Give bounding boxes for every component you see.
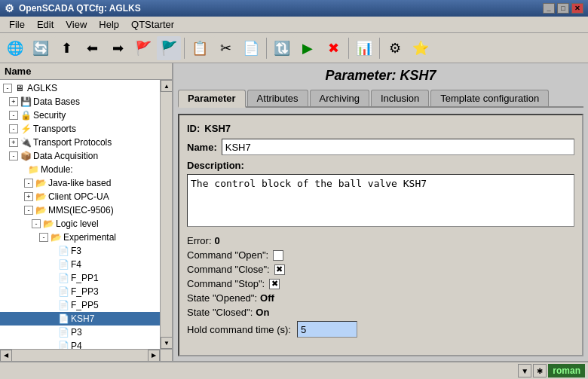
refresh-button[interactable]: 🔄 [29,36,53,60]
tree-node-icon: 📄 [57,245,69,257]
tree-item[interactable]: 📁Module: [0,163,160,176]
tree-node-label: Security [33,110,66,121]
titlebar-icon: ⚙ [5,2,14,14]
tree-node-label: F_PP3 [71,286,99,297]
minimize-button[interactable]: _ [543,3,555,14]
tab-inclusion[interactable]: Inclusion [371,90,429,106]
tree-container[interactable]: -🖥AGLKS+💾Data Bases-🔒Security-⚡Transport… [0,80,172,361]
hold-row: Hold command time (s): [187,321,574,338]
tree-item[interactable]: 📄F_PP5 [0,298,160,312]
menu-file[interactable]: File [3,17,31,32]
state-closed-row: State "Closed": On [187,307,574,318]
error-label: Error: [187,235,212,246]
settings-button[interactable]: ⚙ [383,36,407,60]
name-input[interactable] [222,139,574,155]
tab-archiving[interactable]: Archiving [310,90,369,106]
flag2-button[interactable]: 🚩 [157,36,181,60]
stop-button[interactable]: ✖ [321,36,345,60]
tree-node-label: F3 [71,246,81,256]
cmd-open-row: Command "Open": [187,249,574,261]
flag-button[interactable]: 🚩 [131,36,155,60]
status-star-btn[interactable]: ✱ [533,364,547,377]
tree-node-label: F_PP5 [71,300,99,310]
tree-scrollbar-h[interactable]: ◀ ▶ [0,349,160,361]
scroll-up-btn[interactable]: ▲ [161,80,172,92]
sync-button[interactable]: 🔃 [270,36,294,60]
status-down-btn[interactable]: ▼ [518,364,531,377]
tree-node-label: Java-like based [48,178,111,188]
cmd-open-checkbox[interactable] [273,250,283,261]
tree-item[interactable]: -⚡Transports [0,122,160,136]
scroll-left-btn[interactable]: ◀ [0,350,12,362]
tab-parameter[interactable]: Parameter [178,90,246,108]
menu-help[interactable]: Help [93,17,125,32]
state-opened-label: State "Opened": [187,292,257,304]
tree-item[interactable]: 📄P3 [0,326,160,339]
play-button[interactable]: ▶ [296,36,320,60]
tree-node-label: Data Acquisition [33,151,98,161]
scroll-corner [160,349,172,361]
main-area: Name -🖥AGLKS+💾Data Bases-🔒Security-⚡Tran… [0,63,588,361]
up-button[interactable]: ⬆ [54,36,78,60]
back-button[interactable]: ⬅ [80,36,104,60]
cmd-open-label: Command "Open": [187,249,268,261]
menu-edit[interactable]: Edit [31,17,60,32]
tab-template-configuration[interactable]: Template configuration [430,90,549,106]
chart-button[interactable]: 📊 [352,36,376,60]
tree-node-label: AGLKS [27,83,57,93]
tree-item[interactable]: -📂Experimental [0,231,160,244]
tree-node-icon: 📄 [57,326,69,338]
menu-qtstarter[interactable]: QTStarter [125,17,180,32]
tree-node-icon: 📂 [35,177,47,189]
close-button[interactable]: ✕ [571,3,583,14]
scroll-right-btn[interactable]: ▶ [148,350,160,362]
tree-node-icon: ⚡ [20,123,32,135]
status-lang: roman [548,364,585,377]
tree-item[interactable]: -🔒Security [0,109,160,122]
tree-item[interactable]: -📂Java-like based [0,176,160,190]
tree-node-label: Client OPC-UA [48,191,109,202]
tree-item[interactable]: 📄KSH7 [0,312,160,326]
star-button[interactable]: ⭐ [409,36,433,60]
tree-node-icon: 📁 [27,164,39,176]
menu-view[interactable]: View [60,17,93,32]
desc-textarea[interactable] [187,174,574,227]
left-panel: Name -🖥AGLKS+💾Data Bases-🔒Security-⚡Tran… [0,63,173,361]
scroll-down-btn[interactable]: ▼ [161,337,172,349]
tree-item[interactable]: 📄F_PP3 [0,285,160,298]
tree-item[interactable]: +🔌Transport Protocols [0,136,160,149]
tree-item[interactable]: -🖥AGLKS [0,81,160,95]
tree-item[interactable]: 📄F_PP1 [0,271,160,285]
clipboard-button[interactable]: 📋 [188,36,212,60]
tree-item[interactable]: -📂MMS(IEC-9506) [0,203,160,217]
id-value: KSH7 [204,123,231,134]
tree-item[interactable]: +📂Client OPC-UA [0,190,160,203]
cmd-stop-checkbox[interactable]: ✖ [269,279,280,289]
tab-attributes[interactable]: Attributes [247,90,308,106]
tree-node-icon: 📄 [57,258,69,270]
id-row: ID: KSH7 [187,123,574,134]
state-opened-value: Off [260,292,274,304]
tree-item[interactable]: -📦Data Acquisition [0,149,160,163]
name-label: Name: [187,142,217,153]
tree-item[interactable]: 📄F3 [0,244,160,258]
tree-content: -🖥AGLKS+💾Data Bases-🔒Security-⚡Transport… [0,80,160,354]
cmd-close-checkbox[interactable]: ✖ [274,264,285,275]
tree-node-label: MMS(IEC-9506) [48,205,114,215]
tree-item[interactable]: -📂Logic level [0,217,160,231]
cmd-close-label: Command "Close": [187,264,270,275]
tree-node-icon: 📂 [35,191,47,203]
globe-button[interactable]: 🌐 [3,36,27,60]
tree-item[interactable]: 📄F4 [0,258,160,271]
cut-button[interactable]: ✂ [213,36,237,60]
maximize-button[interactable]: □ [557,3,569,14]
tree-node-label: KSH7 [71,313,94,324]
hold-input[interactable] [297,321,357,338]
tree-node-icon: 📦 [20,150,32,162]
copy-button[interactable]: 📄 [239,36,263,60]
tree-item[interactable]: +💾Data Bases [0,95,160,109]
forward-button[interactable]: ➡ [106,36,130,60]
toolbar-sep1 [184,38,185,59]
statusbar: ▼ ✱ roman [0,361,588,379]
tree-scrollbar-v[interactable]: ▲ ▼ [160,80,172,349]
